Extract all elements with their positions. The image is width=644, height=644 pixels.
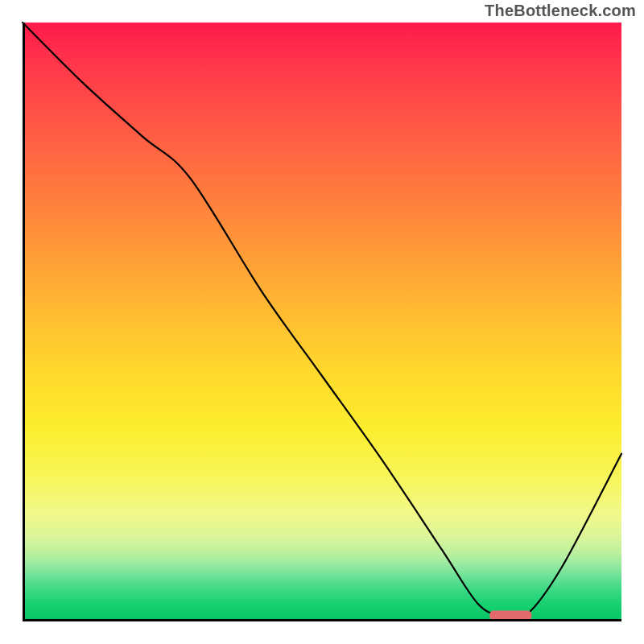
- watermark-text: TheBottleneck.com: [485, 2, 636, 20]
- bottleneck-curve-svg: [23, 23, 621, 621]
- optimum-marker: [489, 611, 531, 621]
- chart-container: TheBottleneck.com: [0, 0, 644, 644]
- bottleneck-curve-path: [23, 23, 621, 620]
